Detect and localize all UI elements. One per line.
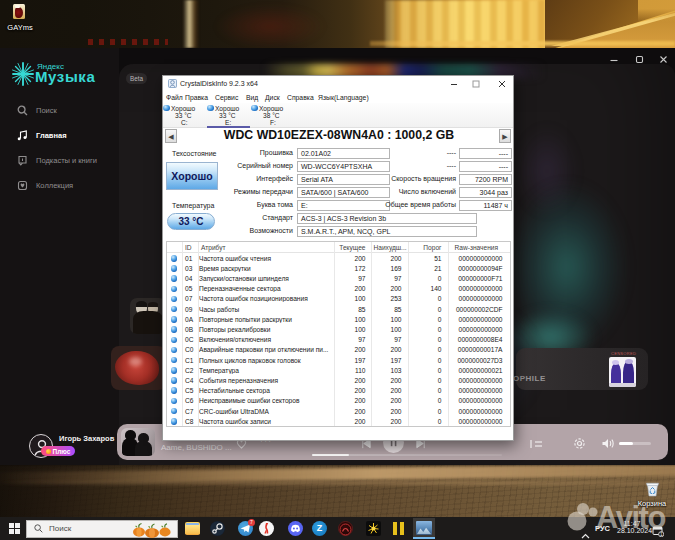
- svg-text:1: 1: [660, 532, 663, 537]
